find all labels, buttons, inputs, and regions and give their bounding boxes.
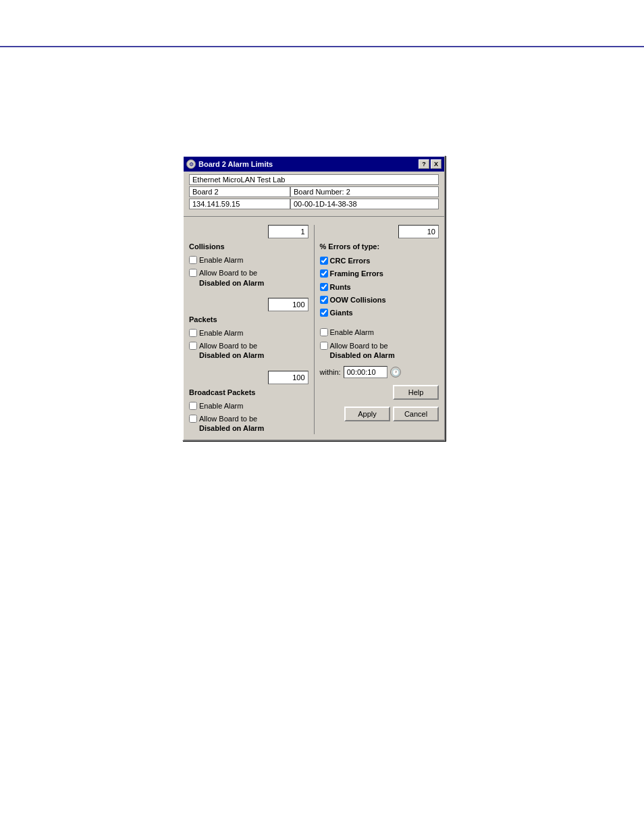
collisions-input[interactable] — [268, 225, 308, 238]
collisions-allow-row: Allow Board to be Disabled on Alarm — [189, 268, 308, 288]
broadcast-allow-checkbox[interactable] — [189, 415, 197, 423]
right-allow-label: Allow Board to be Disabled on Alarm — [330, 341, 395, 361]
title-bar-left: ⚙ Board 2 Alarm Limits — [186, 159, 273, 169]
dialog-title: Board 2 Alarm Limits — [198, 160, 273, 168]
runts-checkbox[interactable] — [320, 283, 328, 291]
errors-input[interactable] — [398, 225, 439, 238]
collisions-enable-label: Enable Alarm — [199, 255, 243, 265]
right-panel: % Errors of type: CRC Errors Framing Err… — [317, 225, 439, 434]
dialog-icon: ⚙ — [186, 159, 196, 169]
crc-row: CRC Errors — [320, 256, 439, 265]
within-row: within: 🕐 — [320, 366, 439, 378]
packets-allow-label: Allow Board to be Disabled on Alarm — [199, 341, 264, 361]
within-label: within: — [320, 368, 341, 376]
cancel-button[interactable]: Cancel — [393, 407, 439, 421]
broadcast-allow-row: Allow Board to be Disabled on Alarm — [189, 414, 308, 434]
broadcast-enable-row: Enable Alarm — [189, 401, 308, 411]
runts-label: Runts — [330, 282, 351, 292]
right-enable-checkbox[interactable] — [320, 328, 328, 336]
oow-row: OOW Collisions — [320, 295, 439, 305]
help-title-button[interactable]: ? — [419, 159, 429, 169]
packets-enable-label: Enable Alarm — [199, 328, 243, 338]
packets-enable-row: Enable Alarm — [189, 328, 308, 338]
framing-label: Framing Errors — [330, 269, 383, 278]
collisions-enable-row: Enable Alarm — [189, 255, 308, 265]
packets-label: Packets — [189, 315, 308, 323]
oow-label: OOW Collisions — [330, 295, 386, 305]
broadcast-allow-label: Allow Board to be Disabled on Alarm — [199, 414, 264, 434]
broadcast-enable-checkbox[interactable] — [189, 402, 197, 410]
board-alarm-limits-dialog: ⚙ Board 2 Alarm Limits ? X Ethernet Micr… — [182, 155, 446, 441]
info-cell-device-name: Ethernet MicroLAN Test Lab — [189, 174, 439, 185]
title-bar: ⚙ Board 2 Alarm Limits ? X — [184, 157, 444, 172]
collisions-input-row — [189, 225, 308, 238]
packets-allow-row: Allow Board to be Disabled on Alarm — [189, 341, 308, 361]
collisions-enable-checkbox[interactable] — [189, 256, 197, 264]
right-allow-row: Allow Board to be Disabled on Alarm — [320, 341, 439, 361]
close-title-button[interactable]: X — [431, 159, 441, 169]
main-content: Collisions Enable Alarm Allow Board to b… — [184, 219, 444, 440]
broadcast-label: Broadcast Packets — [189, 388, 308, 396]
oow-checkbox[interactable] — [320, 296, 328, 304]
section-separator — [184, 216, 444, 217]
help-button[interactable]: Help — [393, 385, 439, 400]
giants-label: Giants — [330, 308, 353, 317]
info-section: Ethernet MicroLAN Test Lab Board 2 Board… — [184, 172, 444, 213]
packets-input-row — [189, 298, 308, 311]
errors-label: % Errors of type: — [320, 242, 439, 251]
broadcast-input[interactable] — [268, 371, 308, 384]
collisions-allow-checkbox[interactable] — [189, 269, 197, 277]
collisions-allow-label: Allow Board to be Disabled on Alarm — [199, 268, 264, 288]
right-allow-checkbox[interactable] — [320, 342, 328, 350]
giants-row: Giants — [320, 308, 439, 317]
info-cell-board: Board 2 — [189, 186, 290, 197]
info-row-2: Board 2 Board Number: 2 — [189, 186, 439, 197]
right-enable-label: Enable Alarm — [330, 328, 374, 337]
info-cell-mac: 00-00-1D-14-38-38 — [290, 199, 439, 209]
packets-enable-checkbox[interactable] — [189, 329, 197, 337]
crc-checkbox[interactable] — [320, 257, 328, 265]
help-button-row: Help — [320, 385, 439, 400]
apply-button[interactable]: Apply — [344, 407, 390, 421]
dialog-wrapper: ⚙ Board 2 Alarm Limits ? X Ethernet Micr… — [182, 155, 446, 441]
action-button-row: Apply Cancel — [320, 407, 439, 421]
within-input[interactable] — [344, 366, 387, 378]
packets-input[interactable] — [268, 298, 308, 311]
info-row-3: 134.141.59.15 00-00-1D-14-38-38 — [189, 199, 439, 209]
right-enable-row: Enable Alarm — [320, 328, 439, 337]
packets-allow-checkbox[interactable] — [189, 342, 197, 350]
top-divider — [0, 46, 644, 47]
framing-checkbox[interactable] — [320, 269, 328, 278]
runts-row: Runts — [320, 282, 439, 292]
info-cell-ip: 134.141.59.15 — [189, 199, 290, 209]
giants-checkbox[interactable] — [320, 309, 328, 317]
left-panel: Collisions Enable Alarm Allow Board to b… — [189, 225, 315, 434]
clock-icon[interactable]: 🕐 — [390, 367, 401, 377]
errors-input-row — [320, 225, 439, 238]
info-row-1: Ethernet MicroLAN Test Lab — [189, 174, 439, 185]
info-cell-board-number: Board Number: 2 — [290, 186, 439, 197]
broadcast-input-row — [189, 371, 308, 384]
crc-label: CRC Errors — [330, 256, 371, 265]
collisions-label: Collisions — [189, 242, 308, 251]
framing-row: Framing Errors — [320, 269, 439, 278]
broadcast-enable-label: Enable Alarm — [199, 401, 243, 411]
page-background: ⚙ Board 2 Alarm Limits ? X Ethernet Micr… — [0, 0, 644, 834]
title-controls: ? X — [419, 159, 441, 169]
